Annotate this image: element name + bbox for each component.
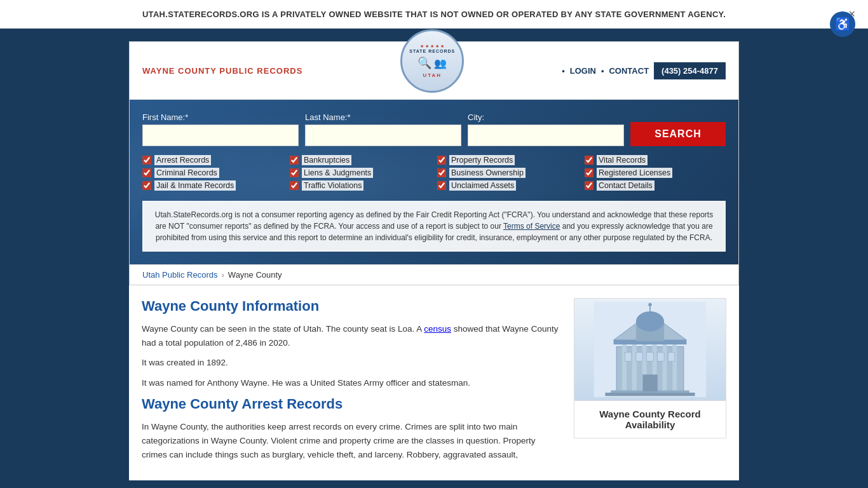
logo-text-bottom: UTAH — [423, 72, 442, 78]
last-name-label: Last Name:* — [305, 112, 461, 122]
search-section: First Name:* Last Name:* City: SEARCH Ar… — [130, 100, 738, 264]
logo-icons: 🔍 👥 — [417, 56, 447, 70]
record-checkbox[interactable] — [437, 181, 446, 190]
star-icon: ★ — [440, 44, 444, 49]
checkbox-label: Arrest Records — [154, 155, 211, 165]
svg-rect-17 — [636, 352, 643, 361]
record-checkbox[interactable] — [585, 156, 593, 165]
city-label: City: — [468, 112, 624, 122]
svg-rect-20 — [668, 352, 675, 361]
search-icon: 🔍 — [417, 56, 431, 70]
record-checkbox[interactable] — [142, 156, 151, 165]
header-card: WAYNE COUNTY PUBLIC RECORDS ★ ★ ★ ★ ★ ST… — [129, 41, 739, 285]
checkbox-label: Registered Licenses — [597, 168, 672, 178]
checkbox-item: Registered Licenses — [585, 168, 726, 178]
header-nav: • LOGIN • CONTACT (435) 254-4877 — [562, 62, 726, 79]
svg-point-13 — [636, 311, 664, 332]
stars-row: ★ ★ ★ ★ ★ — [420, 44, 444, 49]
contact-link[interactable]: CONTACT — [609, 66, 649, 76]
record-checkbox[interactable] — [585, 168, 593, 177]
checkbox-label: Traffic Violations — [302, 180, 363, 191]
star-icon: ★ — [435, 44, 439, 49]
svg-rect-7 — [672, 341, 677, 391]
checkbox-item: Property Records — [437, 155, 578, 165]
checkbox-label: Liens & Judgments — [302, 168, 373, 178]
record-checkbox[interactable] — [142, 181, 151, 190]
nav-dot-1: • — [562, 66, 565, 76]
checkbox-label: Bankruptcies — [302, 155, 351, 165]
census-link[interactable]: census — [424, 324, 451, 334]
checkbox-item: Bankruptcies — [290, 155, 431, 165]
search-fields: First Name:* Last Name:* City: SEARCH — [142, 112, 726, 146]
checkbox-item: Liens & Judgments — [290, 168, 431, 178]
first-name-group: First Name:* — [142, 112, 299, 146]
accessibility-icon: ♿ — [835, 17, 851, 32]
phone-button[interactable]: (435) 254-4877 — [654, 62, 726, 79]
checkbox-item: Arrest Records — [142, 155, 283, 165]
logo-area: ★ ★ ★ ★ ★ STATE RECORDS 🔍 👥 UTAH — [400, 48, 464, 93]
star-icon: ★ — [420, 44, 424, 49]
svg-rect-9 — [605, 393, 695, 396]
content-main: Wayne County Information Wayne County ca… — [142, 298, 561, 468]
svg-point-15 — [648, 303, 651, 306]
svg-rect-2 — [622, 341, 627, 391]
star-icon: ★ — [430, 44, 434, 49]
record-checkbox[interactable] — [437, 168, 446, 177]
sidebar-card: Wayne County Record Availability — [574, 298, 726, 438]
breadcrumb-separator: › — [222, 270, 224, 280]
section2-title: Wayne County Arrest Records — [142, 396, 561, 412]
checkbox-item: Business Ownership — [437, 168, 578, 178]
checkbox-item: Traffic Violations — [290, 180, 431, 191]
last-name-input[interactable] — [305, 125, 461, 146]
checkbox-label: Property Records — [449, 155, 515, 165]
record-checkbox[interactable] — [437, 156, 446, 165]
section1-title: Wayne County Information — [142, 298, 561, 315]
banner-text: UTAH.STATERECORDS.ORG IS A PRIVATELY OWN… — [142, 10, 726, 19]
disclaimer-box: Utah.StateRecords.org is not a consumer … — [142, 201, 726, 252]
site-title: WAYNE COUNTY PUBLIC RECORDS — [142, 66, 302, 76]
content-para1: Wayne County can be seen in the state of… — [142, 322, 561, 349]
sidebar-card-title: Wayne County Record Availability — [574, 400, 726, 438]
checkbox-label: Jail & Inmate Records — [154, 180, 236, 191]
content-sidebar: Wayne County Record Availability — [574, 298, 726, 468]
svg-rect-19 — [657, 352, 664, 361]
checkbox-label: Criminal Records — [154, 168, 219, 178]
breadcrumb-link[interactable]: Utah Public Records — [142, 270, 218, 280]
record-checkbox[interactable] — [290, 181, 299, 190]
svg-rect-6 — [662, 341, 667, 391]
city-group: City: — [468, 112, 624, 146]
accessibility-button[interactable]: ♿ — [830, 11, 855, 37]
record-checkbox[interactable] — [290, 168, 299, 177]
checkbox-item: Contact Details — [585, 180, 726, 191]
checkbox-item: Vital Records — [585, 155, 726, 165]
header-top: WAYNE COUNTY PUBLIC RECORDS ★ ★ ★ ★ ★ ST… — [130, 42, 738, 100]
search-button[interactable]: SEARCH — [630, 122, 726, 146]
sidebar-building — [574, 299, 726, 400]
record-checkbox[interactable] — [290, 156, 299, 165]
record-checkbox[interactable] — [585, 181, 593, 190]
building-illustration — [593, 302, 707, 397]
content-para3: It was named for Anthony Wayne. He was a… — [142, 376, 561, 390]
svg-rect-21 — [643, 375, 658, 391]
svg-rect-3 — [632, 341, 637, 391]
people-icon: 👥 — [434, 57, 447, 69]
city-input[interactable] — [468, 125, 624, 146]
terms-link[interactable]: Terms of Service — [503, 222, 560, 231]
checkbox-label: Contact Details — [597, 180, 654, 191]
svg-rect-18 — [647, 352, 654, 361]
first-name-label: First Name:* — [142, 112, 299, 122]
login-link[interactable]: LOGIN — [570, 66, 596, 76]
breadcrumb-current: Wayne County — [228, 270, 282, 280]
checkbox-item: Unclaimed Assets — [437, 180, 578, 191]
checkbox-label: Unclaimed Assets — [449, 180, 516, 191]
record-checkbox[interactable] — [142, 168, 151, 177]
checkboxes-row: Arrest RecordsCriminal RecordsJail & Inm… — [142, 155, 726, 191]
first-name-input[interactable] — [142, 125, 299, 146]
last-name-group: Last Name:* — [305, 112, 461, 146]
logo-circle: ★ ★ ★ ★ ★ STATE RECORDS 🔍 👥 UTAH — [400, 29, 464, 93]
breadcrumb: Utah Public Records › Wayne County — [130, 264, 738, 285]
content-area: Wayne County Information Wayne County ca… — [129, 285, 739, 480]
star-icon: ★ — [425, 44, 429, 49]
checkbox-label: Vital Records — [597, 155, 648, 165]
content-para2: It was created in 1892. — [142, 356, 561, 370]
